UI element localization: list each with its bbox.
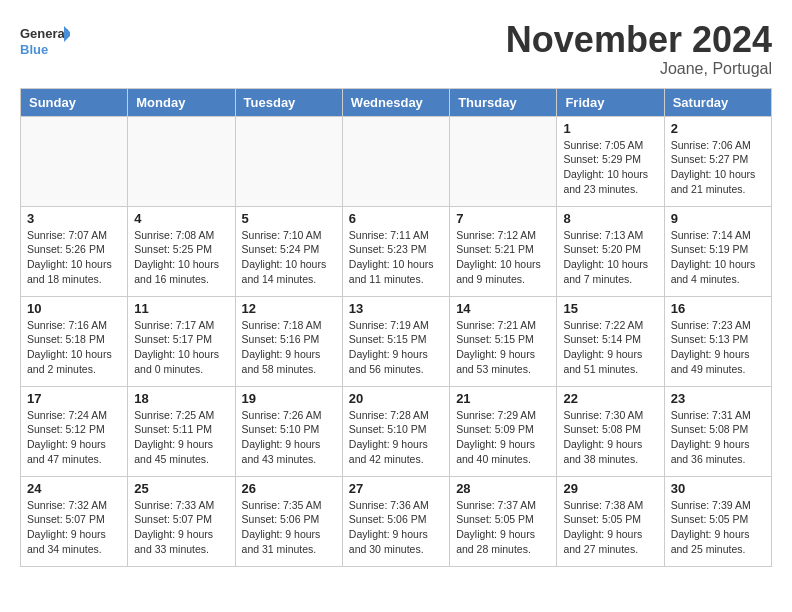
day-number: 19 <box>242 391 336 406</box>
day-info: Sunrise: 7:14 AM Sunset: 5:19 PM Dayligh… <box>671 228 765 287</box>
calendar-cell: 25Sunrise: 7:33 AM Sunset: 5:07 PM Dayli… <box>128 476 235 566</box>
day-number: 26 <box>242 481 336 496</box>
day-info: Sunrise: 7:32 AM Sunset: 5:07 PM Dayligh… <box>27 498 121 557</box>
calendar-cell: 15Sunrise: 7:22 AM Sunset: 5:14 PM Dayli… <box>557 296 664 386</box>
day-number: 15 <box>563 301 657 316</box>
day-info: Sunrise: 7:23 AM Sunset: 5:13 PM Dayligh… <box>671 318 765 377</box>
calendar-cell: 18Sunrise: 7:25 AM Sunset: 5:11 PM Dayli… <box>128 386 235 476</box>
day-info: Sunrise: 7:13 AM Sunset: 5:20 PM Dayligh… <box>563 228 657 287</box>
calendar-cell: 29Sunrise: 7:38 AM Sunset: 5:05 PM Dayli… <box>557 476 664 566</box>
calendar-cell: 22Sunrise: 7:30 AM Sunset: 5:08 PM Dayli… <box>557 386 664 476</box>
calendar-cell: 17Sunrise: 7:24 AM Sunset: 5:12 PM Dayli… <box>21 386 128 476</box>
title-block: November 2024 Joane, Portugal <box>506 20 772 78</box>
svg-text:Blue: Blue <box>20 42 48 57</box>
calendar-cell: 21Sunrise: 7:29 AM Sunset: 5:09 PM Dayli… <box>450 386 557 476</box>
day-number: 2 <box>671 121 765 136</box>
day-number: 4 <box>134 211 228 226</box>
day-number: 24 <box>27 481 121 496</box>
day-number: 7 <box>456 211 550 226</box>
calendar-cell <box>235 116 342 206</box>
day-number: 20 <box>349 391 443 406</box>
week-row-1: 1Sunrise: 7:05 AM Sunset: 5:29 PM Daylig… <box>21 116 772 206</box>
day-info: Sunrise: 7:07 AM Sunset: 5:26 PM Dayligh… <box>27 228 121 287</box>
calendar-cell <box>342 116 449 206</box>
day-info: Sunrise: 7:16 AM Sunset: 5:18 PM Dayligh… <box>27 318 121 377</box>
calendar-cell: 20Sunrise: 7:28 AM Sunset: 5:10 PM Dayli… <box>342 386 449 476</box>
month-title: November 2024 <box>506 20 772 60</box>
day-info: Sunrise: 7:24 AM Sunset: 5:12 PM Dayligh… <box>27 408 121 467</box>
day-info: Sunrise: 7:33 AM Sunset: 5:07 PM Dayligh… <box>134 498 228 557</box>
day-info: Sunrise: 7:06 AM Sunset: 5:27 PM Dayligh… <box>671 138 765 197</box>
day-info: Sunrise: 7:11 AM Sunset: 5:23 PM Dayligh… <box>349 228 443 287</box>
calendar-cell: 13Sunrise: 7:19 AM Sunset: 5:15 PM Dayli… <box>342 296 449 386</box>
col-header-thursday: Thursday <box>450 88 557 116</box>
calendar-cell: 19Sunrise: 7:26 AM Sunset: 5:10 PM Dayli… <box>235 386 342 476</box>
day-number: 5 <box>242 211 336 226</box>
day-number: 18 <box>134 391 228 406</box>
calendar-cell: 30Sunrise: 7:39 AM Sunset: 5:05 PM Dayli… <box>664 476 771 566</box>
day-number: 9 <box>671 211 765 226</box>
day-number: 16 <box>671 301 765 316</box>
calendar-cell: 5Sunrise: 7:10 AM Sunset: 5:24 PM Daylig… <box>235 206 342 296</box>
calendar-cell: 11Sunrise: 7:17 AM Sunset: 5:17 PM Dayli… <box>128 296 235 386</box>
day-number: 21 <box>456 391 550 406</box>
week-row-2: 3Sunrise: 7:07 AM Sunset: 5:26 PM Daylig… <box>21 206 772 296</box>
calendar-cell <box>21 116 128 206</box>
calendar-cell: 6Sunrise: 7:11 AM Sunset: 5:23 PM Daylig… <box>342 206 449 296</box>
svg-text:General: General <box>20 26 68 41</box>
day-number: 17 <box>27 391 121 406</box>
calendar-cell <box>450 116 557 206</box>
calendar-cell: 9Sunrise: 7:14 AM Sunset: 5:19 PM Daylig… <box>664 206 771 296</box>
day-info: Sunrise: 7:18 AM Sunset: 5:16 PM Dayligh… <box>242 318 336 377</box>
day-number: 1 <box>563 121 657 136</box>
week-row-4: 17Sunrise: 7:24 AM Sunset: 5:12 PM Dayli… <box>21 386 772 476</box>
day-number: 29 <box>563 481 657 496</box>
day-info: Sunrise: 7:37 AM Sunset: 5:05 PM Dayligh… <box>456 498 550 557</box>
calendar-cell <box>128 116 235 206</box>
day-info: Sunrise: 7:30 AM Sunset: 5:08 PM Dayligh… <box>563 408 657 467</box>
day-info: Sunrise: 7:38 AM Sunset: 5:05 PM Dayligh… <box>563 498 657 557</box>
calendar-table: SundayMondayTuesdayWednesdayThursdayFrid… <box>20 88 772 567</box>
day-info: Sunrise: 7:39 AM Sunset: 5:05 PM Dayligh… <box>671 498 765 557</box>
day-info: Sunrise: 7:10 AM Sunset: 5:24 PM Dayligh… <box>242 228 336 287</box>
calendar-cell: 10Sunrise: 7:16 AM Sunset: 5:18 PM Dayli… <box>21 296 128 386</box>
day-info: Sunrise: 7:36 AM Sunset: 5:06 PM Dayligh… <box>349 498 443 557</box>
day-info: Sunrise: 7:28 AM Sunset: 5:10 PM Dayligh… <box>349 408 443 467</box>
calendar-cell: 7Sunrise: 7:12 AM Sunset: 5:21 PM Daylig… <box>450 206 557 296</box>
day-number: 6 <box>349 211 443 226</box>
location-subtitle: Joane, Portugal <box>506 60 772 78</box>
calendar-cell: 26Sunrise: 7:35 AM Sunset: 5:06 PM Dayli… <box>235 476 342 566</box>
day-info: Sunrise: 7:29 AM Sunset: 5:09 PM Dayligh… <box>456 408 550 467</box>
day-number: 8 <box>563 211 657 226</box>
calendar-cell: 24Sunrise: 7:32 AM Sunset: 5:07 PM Dayli… <box>21 476 128 566</box>
day-number: 27 <box>349 481 443 496</box>
day-info: Sunrise: 7:05 AM Sunset: 5:29 PM Dayligh… <box>563 138 657 197</box>
day-info: Sunrise: 7:26 AM Sunset: 5:10 PM Dayligh… <box>242 408 336 467</box>
day-info: Sunrise: 7:19 AM Sunset: 5:15 PM Dayligh… <box>349 318 443 377</box>
day-number: 30 <box>671 481 765 496</box>
day-number: 25 <box>134 481 228 496</box>
page-header: General Blue November 2024 Joane, Portug… <box>20 20 772 78</box>
col-header-wednesday: Wednesday <box>342 88 449 116</box>
calendar-cell: 14Sunrise: 7:21 AM Sunset: 5:15 PM Dayli… <box>450 296 557 386</box>
calendar-cell: 3Sunrise: 7:07 AM Sunset: 5:26 PM Daylig… <box>21 206 128 296</box>
day-info: Sunrise: 7:22 AM Sunset: 5:14 PM Dayligh… <box>563 318 657 377</box>
day-number: 12 <box>242 301 336 316</box>
day-info: Sunrise: 7:35 AM Sunset: 5:06 PM Dayligh… <box>242 498 336 557</box>
calendar-cell: 23Sunrise: 7:31 AM Sunset: 5:08 PM Dayli… <box>664 386 771 476</box>
day-number: 11 <box>134 301 228 316</box>
calendar-cell: 2Sunrise: 7:06 AM Sunset: 5:27 PM Daylig… <box>664 116 771 206</box>
day-number: 14 <box>456 301 550 316</box>
day-number: 22 <box>563 391 657 406</box>
calendar-cell: 1Sunrise: 7:05 AM Sunset: 5:29 PM Daylig… <box>557 116 664 206</box>
col-header-monday: Monday <box>128 88 235 116</box>
day-number: 10 <box>27 301 121 316</box>
calendar-cell: 8Sunrise: 7:13 AM Sunset: 5:20 PM Daylig… <box>557 206 664 296</box>
calendar-cell: 16Sunrise: 7:23 AM Sunset: 5:13 PM Dayli… <box>664 296 771 386</box>
day-info: Sunrise: 7:08 AM Sunset: 5:25 PM Dayligh… <box>134 228 228 287</box>
day-info: Sunrise: 7:21 AM Sunset: 5:15 PM Dayligh… <box>456 318 550 377</box>
calendar-cell: 12Sunrise: 7:18 AM Sunset: 5:16 PM Dayli… <box>235 296 342 386</box>
logo-svg: General Blue <box>20 20 70 64</box>
day-number: 23 <box>671 391 765 406</box>
day-number: 3 <box>27 211 121 226</box>
